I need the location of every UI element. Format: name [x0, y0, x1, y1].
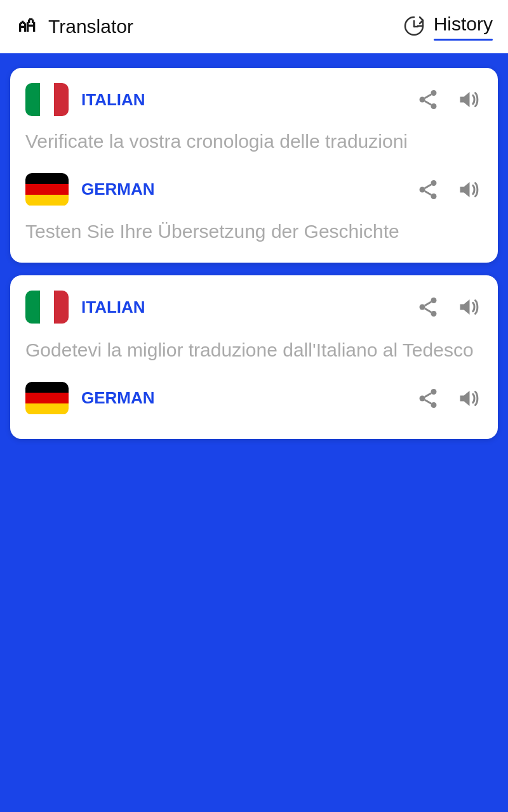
translation-card: ITALIAN [10, 275, 498, 439]
language-name: GERMAN [81, 388, 401, 408]
flag-stripe-green [25, 83, 40, 116]
language-name: ITALIAN [81, 298, 401, 317]
svg-marker-8 [460, 92, 470, 107]
flag-stripe-red [54, 83, 69, 116]
language-row: ITALIAN [25, 291, 483, 324]
language-name: GERMAN [81, 180, 401, 199]
sound-icon [457, 88, 480, 111]
sound-icon [457, 296, 480, 318]
german-flag [25, 173, 69, 206]
language-section-italian: ITALIAN [25, 83, 483, 155]
translator-tab[interactable]: 🗚 Translator [15, 11, 133, 42]
svg-line-24 [425, 400, 431, 403]
app-header: 🗚 Translator History [0, 0, 508, 55]
svg-point-4 [420, 97, 425, 103]
svg-point-23 [431, 402, 437, 408]
sound-icon [457, 387, 480, 410]
flag-stripe-red [25, 393, 69, 403]
share-button[interactable] [414, 384, 442, 412]
sound-button[interactable] [455, 384, 483, 412]
sound-icon [457, 178, 480, 201]
history-tab[interactable]: History [402, 13, 493, 41]
share-icon [417, 387, 439, 410]
language-section-german: GERMAN [25, 382, 483, 415]
translator-label: Translator [48, 16, 133, 37]
language-name: ITALIAN [81, 90, 401, 110]
svg-line-19 [425, 302, 431, 306]
share-button[interactable] [414, 176, 442, 204]
sound-button[interactable] [455, 86, 483, 114]
svg-point-5 [431, 103, 437, 109]
language-section-italian: ITALIAN [25, 291, 483, 364]
translation-text: Testen Sie Ihre Übersetzung der Geschich… [25, 213, 483, 246]
svg-marker-14 [460, 182, 470, 197]
svg-marker-20 [460, 299, 470, 315]
share-button[interactable] [414, 293, 442, 321]
language-row: GERMAN [25, 382, 483, 415]
svg-point-3 [431, 90, 437, 96]
svg-point-15 [431, 298, 437, 303]
language-row: GERMAN [25, 173, 483, 206]
history-icon [402, 15, 426, 39]
svg-line-6 [425, 101, 431, 105]
svg-line-12 [425, 191, 431, 195]
flag-stripe-green [25, 291, 40, 324]
italian-flag [25, 83, 69, 116]
svg-point-17 [431, 311, 437, 317]
sound-button[interactable] [455, 293, 483, 321]
share-icon [417, 178, 439, 201]
svg-line-13 [425, 184, 431, 188]
active-tab-indicator [434, 39, 493, 41]
flag-stripe-gold [25, 403, 69, 414]
flag-stripe-black [25, 173, 69, 184]
svg-point-22 [420, 395, 425, 401]
svg-text:🗚: 🗚 [17, 13, 37, 36]
share-icon [417, 88, 439, 111]
german-flag [25, 382, 69, 415]
language-section-german: GERMAN [25, 173, 483, 246]
flag-stripe-black [25, 382, 69, 393]
svg-point-9 [431, 180, 437, 186]
language-row: ITALIAN [25, 83, 483, 116]
svg-marker-26 [460, 391, 470, 406]
translation-text: Godetevi la miglior traduzione dall'Ital… [25, 331, 483, 364]
share-button[interactable] [414, 86, 442, 114]
main-content: ITALIAN [0, 55, 508, 452]
svg-line-7 [425, 95, 431, 98]
share-icon [417, 296, 439, 318]
svg-point-11 [431, 193, 437, 199]
flag-stripe-white [40, 83, 55, 116]
flag-stripe-gold [25, 195, 69, 206]
translation-text: Verificate la vostra cronologia delle tr… [25, 122, 483, 155]
svg-point-16 [420, 304, 425, 310]
svg-point-10 [420, 187, 425, 192]
flag-stripe-red [54, 291, 69, 324]
sound-button[interactable] [455, 176, 483, 204]
translation-card: ITALIAN [10, 68, 498, 263]
svg-line-25 [425, 393, 431, 396]
svg-line-18 [425, 308, 431, 312]
translate-icon: 🗚 [15, 11, 41, 42]
history-label: History [434, 13, 493, 35]
flag-stripe-red [25, 184, 69, 195]
flag-stripe-white [40, 291, 55, 324]
italian-flag [25, 291, 69, 324]
svg-point-21 [431, 389, 437, 395]
